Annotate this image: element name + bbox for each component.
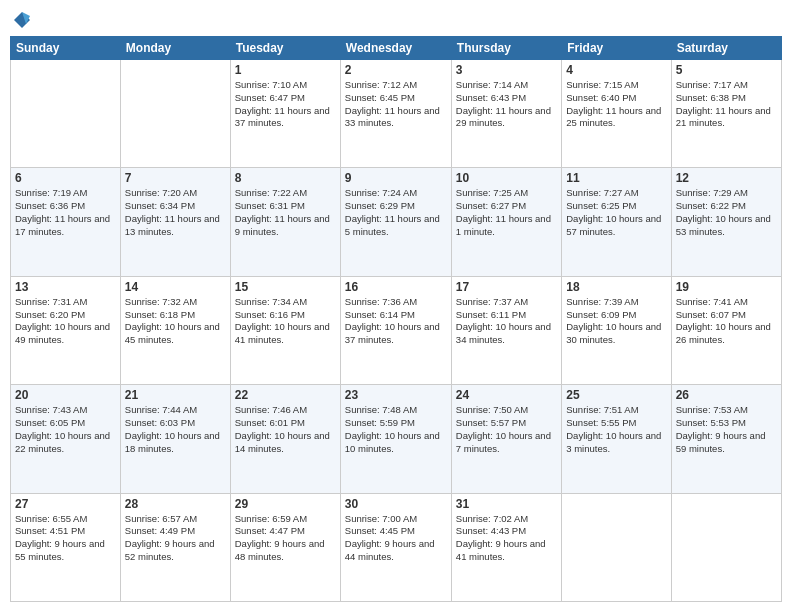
cell-content: Sunrise: 7:10 AMSunset: 6:47 PMDaylight:… [235, 79, 336, 130]
day-number: 5 [676, 63, 777, 77]
calendar-cell: 2 Sunrise: 7:12 AMSunset: 6:45 PMDayligh… [340, 60, 451, 168]
calendar-cell: 22 Sunrise: 7:46 AMSunset: 6:01 PMDaylig… [230, 385, 340, 493]
cell-content: Sunrise: 7:00 AMSunset: 4:45 PMDaylight:… [345, 513, 447, 564]
calendar-cell: 25 Sunrise: 7:51 AMSunset: 5:55 PMDaylig… [562, 385, 671, 493]
calendar-cell: 19 Sunrise: 7:41 AMSunset: 6:07 PMDaylig… [671, 276, 781, 384]
day-header-wednesday: Wednesday [340, 37, 451, 60]
calendar-cell: 21 Sunrise: 7:44 AMSunset: 6:03 PMDaylig… [120, 385, 230, 493]
day-number: 3 [456, 63, 557, 77]
day-number: 21 [125, 388, 226, 402]
calendar-cell: 14 Sunrise: 7:32 AMSunset: 6:18 PMDaylig… [120, 276, 230, 384]
calendar-cell: 3 Sunrise: 7:14 AMSunset: 6:43 PMDayligh… [451, 60, 561, 168]
day-number: 12 [676, 171, 777, 185]
calendar-week-row: 6 Sunrise: 7:19 AMSunset: 6:36 PMDayligh… [11, 168, 782, 276]
calendar-cell: 5 Sunrise: 7:17 AMSunset: 6:38 PMDayligh… [671, 60, 781, 168]
header [10, 10, 782, 30]
calendar-cell: 20 Sunrise: 7:43 AMSunset: 6:05 PMDaylig… [11, 385, 121, 493]
day-number: 1 [235, 63, 336, 77]
day-number: 29 [235, 497, 336, 511]
day-number: 22 [235, 388, 336, 402]
day-number: 2 [345, 63, 447, 77]
cell-content: Sunrise: 7:31 AMSunset: 6:20 PMDaylight:… [15, 296, 116, 347]
day-header-saturday: Saturday [671, 37, 781, 60]
day-header-sunday: Sunday [11, 37, 121, 60]
cell-content: Sunrise: 7:14 AMSunset: 6:43 PMDaylight:… [456, 79, 557, 130]
calendar-week-row: 13 Sunrise: 7:31 AMSunset: 6:20 PMDaylig… [11, 276, 782, 384]
cell-content: Sunrise: 7:46 AMSunset: 6:01 PMDaylight:… [235, 404, 336, 455]
calendar-cell: 10 Sunrise: 7:25 AMSunset: 6:27 PMDaylig… [451, 168, 561, 276]
day-number: 23 [345, 388, 447, 402]
day-number: 4 [566, 63, 666, 77]
cell-content: Sunrise: 7:27 AMSunset: 6:25 PMDaylight:… [566, 187, 666, 238]
calendar-cell: 15 Sunrise: 7:34 AMSunset: 6:16 PMDaylig… [230, 276, 340, 384]
calendar-cell: 17 Sunrise: 7:37 AMSunset: 6:11 PMDaylig… [451, 276, 561, 384]
cell-content: Sunrise: 7:39 AMSunset: 6:09 PMDaylight:… [566, 296, 666, 347]
day-number: 9 [345, 171, 447, 185]
day-number: 27 [15, 497, 116, 511]
cell-content: Sunrise: 7:22 AMSunset: 6:31 PMDaylight:… [235, 187, 336, 238]
logo-icon [12, 10, 32, 30]
calendar-cell: 16 Sunrise: 7:36 AMSunset: 6:14 PMDaylig… [340, 276, 451, 384]
cell-content: Sunrise: 7:34 AMSunset: 6:16 PMDaylight:… [235, 296, 336, 347]
day-number: 13 [15, 280, 116, 294]
day-number: 31 [456, 497, 557, 511]
calendar-cell: 13 Sunrise: 7:31 AMSunset: 6:20 PMDaylig… [11, 276, 121, 384]
calendar-header-row: SundayMondayTuesdayWednesdayThursdayFrid… [11, 37, 782, 60]
day-number: 11 [566, 171, 666, 185]
cell-content: Sunrise: 7:53 AMSunset: 5:53 PMDaylight:… [676, 404, 777, 455]
calendar-cell: 9 Sunrise: 7:24 AMSunset: 6:29 PMDayligh… [340, 168, 451, 276]
calendar-cell: 23 Sunrise: 7:48 AMSunset: 5:59 PMDaylig… [340, 385, 451, 493]
cell-content: Sunrise: 7:36 AMSunset: 6:14 PMDaylight:… [345, 296, 447, 347]
calendar-cell: 6 Sunrise: 7:19 AMSunset: 6:36 PMDayligh… [11, 168, 121, 276]
cell-content: Sunrise: 6:55 AMSunset: 4:51 PMDaylight:… [15, 513, 116, 564]
calendar-cell: 28 Sunrise: 6:57 AMSunset: 4:49 PMDaylig… [120, 493, 230, 601]
cell-content: Sunrise: 7:32 AMSunset: 6:18 PMDaylight:… [125, 296, 226, 347]
day-number: 19 [676, 280, 777, 294]
calendar-cell [120, 60, 230, 168]
day-number: 14 [125, 280, 226, 294]
day-number: 30 [345, 497, 447, 511]
calendar-week-row: 20 Sunrise: 7:43 AMSunset: 6:05 PMDaylig… [11, 385, 782, 493]
calendar-cell: 30 Sunrise: 7:00 AMSunset: 4:45 PMDaylig… [340, 493, 451, 601]
cell-content: Sunrise: 7:41 AMSunset: 6:07 PMDaylight:… [676, 296, 777, 347]
calendar-cell: 1 Sunrise: 7:10 AMSunset: 6:47 PMDayligh… [230, 60, 340, 168]
calendar-cell: 11 Sunrise: 7:27 AMSunset: 6:25 PMDaylig… [562, 168, 671, 276]
cell-content: Sunrise: 6:59 AMSunset: 4:47 PMDaylight:… [235, 513, 336, 564]
calendar-table: SundayMondayTuesdayWednesdayThursdayFrid… [10, 36, 782, 602]
day-number: 17 [456, 280, 557, 294]
page: SundayMondayTuesdayWednesdayThursdayFrid… [0, 0, 792, 612]
day-number: 6 [15, 171, 116, 185]
cell-content: Sunrise: 7:12 AMSunset: 6:45 PMDaylight:… [345, 79, 447, 130]
day-number: 28 [125, 497, 226, 511]
logo [10, 10, 32, 30]
day-number: 10 [456, 171, 557, 185]
cell-content: Sunrise: 7:51 AMSunset: 5:55 PMDaylight:… [566, 404, 666, 455]
calendar-cell [562, 493, 671, 601]
day-number: 24 [456, 388, 557, 402]
calendar-week-row: 27 Sunrise: 6:55 AMSunset: 4:51 PMDaylig… [11, 493, 782, 601]
day-number: 15 [235, 280, 336, 294]
cell-content: Sunrise: 7:44 AMSunset: 6:03 PMDaylight:… [125, 404, 226, 455]
cell-content: Sunrise: 7:20 AMSunset: 6:34 PMDaylight:… [125, 187, 226, 238]
calendar-cell: 12 Sunrise: 7:29 AMSunset: 6:22 PMDaylig… [671, 168, 781, 276]
calendar-cell: 8 Sunrise: 7:22 AMSunset: 6:31 PMDayligh… [230, 168, 340, 276]
calendar-cell [11, 60, 121, 168]
day-header-tuesday: Tuesday [230, 37, 340, 60]
day-header-friday: Friday [562, 37, 671, 60]
cell-content: Sunrise: 7:24 AMSunset: 6:29 PMDaylight:… [345, 187, 447, 238]
day-number: 8 [235, 171, 336, 185]
calendar-cell: 26 Sunrise: 7:53 AMSunset: 5:53 PMDaylig… [671, 385, 781, 493]
calendar-week-row: 1 Sunrise: 7:10 AMSunset: 6:47 PMDayligh… [11, 60, 782, 168]
cell-content: Sunrise: 7:25 AMSunset: 6:27 PMDaylight:… [456, 187, 557, 238]
cell-content: Sunrise: 7:48 AMSunset: 5:59 PMDaylight:… [345, 404, 447, 455]
calendar-cell: 18 Sunrise: 7:39 AMSunset: 6:09 PMDaylig… [562, 276, 671, 384]
day-number: 7 [125, 171, 226, 185]
cell-content: Sunrise: 6:57 AMSunset: 4:49 PMDaylight:… [125, 513, 226, 564]
cell-content: Sunrise: 7:15 AMSunset: 6:40 PMDaylight:… [566, 79, 666, 130]
day-number: 18 [566, 280, 666, 294]
calendar-cell: 24 Sunrise: 7:50 AMSunset: 5:57 PMDaylig… [451, 385, 561, 493]
calendar-cell: 7 Sunrise: 7:20 AMSunset: 6:34 PMDayligh… [120, 168, 230, 276]
calendar-cell: 27 Sunrise: 6:55 AMSunset: 4:51 PMDaylig… [11, 493, 121, 601]
day-header-thursday: Thursday [451, 37, 561, 60]
calendar-cell: 29 Sunrise: 6:59 AMSunset: 4:47 PMDaylig… [230, 493, 340, 601]
